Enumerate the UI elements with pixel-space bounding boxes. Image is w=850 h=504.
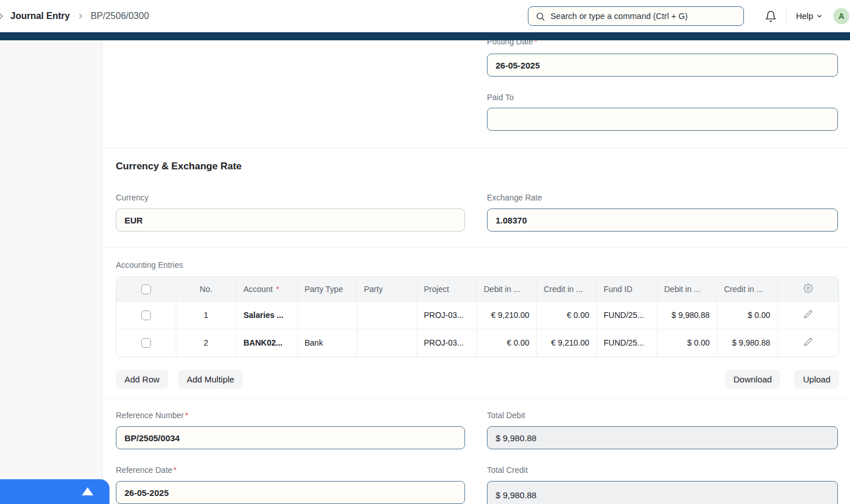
reference-number-input[interactable] (116, 426, 465, 449)
posting-date-input[interactable] (487, 54, 838, 77)
cell-credit[interactable]: $ 0.00 (717, 301, 777, 329)
col-header-debit-fc: Debit in ... (477, 277, 537, 301)
select-all-checkbox[interactable] (141, 285, 151, 294)
grid-header-row: No. Account * Party Type Party Project D… (116, 277, 838, 301)
paid-to-input[interactable] (487, 108, 838, 131)
section-title-currency: Currency & Exchange Rate (116, 161, 839, 172)
search-input[interactable] (550, 12, 736, 21)
accounting-entries-table: No. Account * Party Type Party Project D… (116, 276, 839, 357)
total-credit-label: Total Credit (487, 465, 838, 475)
row-checkbox[interactable] (141, 338, 151, 348)
notifications-button[interactable] (765, 10, 777, 22)
left-sidebar (0, 40, 103, 504)
global-search[interactable] (528, 6, 744, 26)
page-head-bar (0, 32, 850, 40)
cell-party[interactable] (357, 329, 417, 357)
col-header-project: Project (417, 277, 477, 301)
exchange-rate-label: Exchange Rate (487, 192, 838, 203)
total-debit-value (487, 426, 838, 449)
accounting-entries-label: Accounting Entries (116, 260, 839, 270)
cell-credit[interactable]: $ 9,980.88 (717, 329, 777, 357)
cell-no: 2 (176, 329, 236, 357)
navbar-divider (786, 9, 787, 23)
cell-debit-fc[interactable]: € 9,210.00 (477, 301, 537, 329)
cell-project[interactable]: PROJ-03... (417, 329, 477, 357)
col-header-fund-id: Fund ID (596, 277, 657, 301)
top-navbar: Journal Entry BP/2506/0300 Help A (0, 0, 850, 32)
col-header-party-type: Party Type (297, 277, 357, 301)
exchange-rate-input[interactable] (487, 209, 838, 232)
form-main: Posting Date* Paid To Currency & Exchang… (103, 40, 850, 504)
cell-debit[interactable]: $ 0.00 (657, 329, 717, 357)
chevron-right-icon (77, 12, 85, 20)
cell-no: 1 (176, 301, 236, 329)
cell-account[interactable]: Salaries ... (236, 301, 297, 329)
cell-account[interactable]: BANK02... (236, 329, 297, 357)
breadcrumb: Journal Entry BP/2506/0300 (0, 11, 149, 21)
cell-project[interactable]: PROJ-03... (417, 301, 477, 329)
col-header-party: Party (357, 277, 417, 301)
breadcrumb-current: BP/2506/0300 (90, 11, 149, 21)
avatar[interactable]: A (833, 8, 849, 24)
total-credit-value (487, 481, 838, 504)
col-header-credit: Credit in ... (717, 277, 777, 301)
reference-date-label: Reference Date* (116, 465, 465, 475)
required-asterisk: * (173, 465, 176, 475)
chevron-down-icon (813, 13, 823, 20)
paid-to-label: Paid To (487, 92, 838, 103)
col-header-debit: Debit in ... (657, 277, 717, 301)
table-row[interactable]: 2 BANK02... Bank PROJ-03... € 0.00 € 9,2… (116, 329, 838, 357)
add-row-button[interactable]: Add Row (116, 370, 168, 389)
col-header-credit-fc: Credit in ... (537, 277, 596, 301)
avatar-letter: A (838, 12, 844, 21)
breadcrumb-parent-link[interactable]: Journal Entry (10, 11, 70, 21)
col-header-account: Account * (236, 277, 297, 301)
cell-credit-fc[interactable]: € 9,210.00 (537, 329, 596, 357)
total-debit-label: Total Debit (487, 410, 838, 420)
search-icon (535, 12, 545, 21)
cell-party-type[interactable] (297, 301, 357, 329)
cell-debit[interactable]: $ 9,980.88 (657, 301, 717, 329)
bell-icon (765, 10, 777, 22)
reference-number-label: Reference Number* (116, 410, 465, 420)
currency-input[interactable] (116, 209, 465, 232)
currency-label: Currency (116, 192, 465, 203)
cell-debit-fc[interactable]: € 0.00 (477, 329, 537, 357)
reference-date-input[interactable] (116, 481, 465, 504)
row-checkbox[interactable] (141, 310, 151, 320)
help-menu[interactable]: Help (796, 12, 823, 21)
gear-icon (803, 283, 813, 293)
cell-party[interactable] (357, 301, 417, 329)
required-asterisk: * (276, 285, 279, 294)
required-asterisk: * (534, 40, 537, 46)
chevron-right-icon (0, 12, 6, 21)
expand-widget-button[interactable] (0, 479, 109, 504)
pencil-icon (804, 310, 813, 319)
cell-party-type[interactable]: Bank (297, 329, 357, 357)
cell-fund-id[interactable]: FUND/25... (596, 329, 657, 357)
col-header-no: No. (176, 277, 236, 301)
table-row[interactable]: 1 Salaries ... PROJ-03... € 9,210.00 € 0… (116, 301, 838, 329)
cell-credit-fc[interactable]: € 0.00 (537, 301, 596, 329)
required-asterisk: * (185, 411, 188, 420)
edit-row-button[interactable] (804, 338, 813, 346)
triangle-up-icon (82, 487, 93, 495)
add-multiple-button[interactable]: Add Multiple (178, 370, 243, 389)
posting-date-label: Posting Date* (487, 40, 838, 47)
help-label: Help (796, 12, 813, 21)
grid-settings-button[interactable] (803, 283, 813, 293)
pencil-icon (804, 338, 813, 346)
cell-fund-id[interactable]: FUND/25... (596, 301, 657, 329)
upload-button[interactable]: Upload (794, 370, 839, 389)
edit-row-button[interactable] (804, 310, 813, 319)
download-button[interactable]: Download (725, 370, 781, 389)
